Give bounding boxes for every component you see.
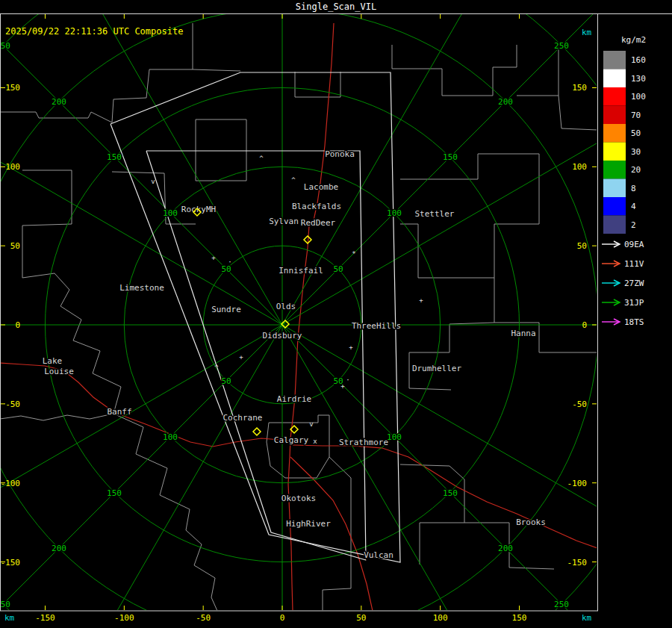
legend-value: 130 (631, 74, 646, 84)
y-axis-label: -150 (1, 558, 21, 568)
range-label: 150 (443, 152, 458, 162)
range-label: 150 (107, 152, 122, 162)
city-label: Brooks (516, 517, 546, 527)
city-label: Vulcan (364, 550, 393, 560)
city-label: Drumheller (412, 364, 462, 373)
range-label: 50 (333, 264, 343, 274)
city-label: Strathmore (339, 438, 388, 447)
y-axis-label: 150 (572, 83, 587, 93)
legend-value: 8 (631, 184, 636, 193)
window-title: Single_Scan_VIL (296, 1, 376, 12)
town-marker: * (352, 250, 355, 258)
range-label: 150 (107, 488, 122, 498)
town-marker: + (419, 296, 423, 304)
x-axis-label: 150 (512, 613, 527, 623)
legend-color-swatch (603, 106, 626, 125)
y-axis-label: 50 (10, 241, 20, 251)
radar-id: 31JP (624, 298, 644, 308)
radar-id: 18TS (624, 317, 644, 327)
radar-app-window: Single_Scan_VIL 505050501001001001001501… (0, 0, 672, 628)
range-label: 200 (498, 544, 513, 553)
x-axis-label: 50 (356, 613, 366, 623)
y-axis-label: -100 (1, 479, 21, 488)
city-label: Hanna (511, 329, 535, 338)
axis-unit-bottom-right: km (582, 613, 592, 623)
legend-color-swatch (603, 197, 626, 216)
town-marker: · (228, 258, 231, 266)
x-axis-label: -100 (114, 613, 134, 623)
city-label: Lake (43, 356, 63, 366)
legend-color-swatch (603, 216, 626, 234)
legend-color-swatch (603, 161, 626, 179)
y-axis-label: -50 (572, 400, 587, 409)
legend-color-swatch (603, 124, 626, 143)
y-axis-label: 100 (572, 162, 587, 172)
town-marker: + (340, 382, 345, 390)
legend-color-swatch (603, 87, 626, 106)
legend-value: 100 (631, 92, 646, 102)
y-axis-label: -150 (567, 558, 588, 568)
city-label: Cochrane (223, 413, 263, 423)
town-marker: v (309, 420, 313, 428)
city-label: Sylvan (269, 217, 299, 226)
town-marker: · (346, 376, 349, 384)
range-label: 100 (387, 208, 402, 218)
city-label: ThreeHills (352, 321, 401, 331)
x-axis-label: -150 (35, 613, 55, 623)
town-marker: x (313, 438, 317, 445)
radar-id: 27ZW (624, 279, 644, 288)
legend-color-swatch (603, 51, 626, 69)
range-label: 200 (52, 544, 66, 553)
legend-value: 70 (631, 111, 641, 120)
radar-id: 09EA (624, 240, 644, 249)
town-marker: ^ (259, 155, 264, 162)
city-label: Limestone (119, 283, 164, 293)
city-label: Stettler (415, 209, 455, 219)
town-marker: + (211, 254, 216, 261)
legend-color-swatch (603, 179, 626, 198)
city-label: Blackfalds (292, 202, 341, 211)
legend-value: 2 (631, 220, 636, 230)
y-axis-label: -100 (567, 479, 588, 488)
town-marker: + (349, 343, 353, 351)
town-marker: ^ (291, 176, 296, 184)
timestamp: 2025/09/22 22:11:36 UTC Composite (5, 26, 183, 37)
legend-color-swatch (603, 143, 626, 161)
x-axis-label: -50 (196, 613, 211, 623)
range-label: 250 (0, 41, 10, 51)
city-label: Ponoka (325, 149, 355, 159)
legend-value: 160 (631, 55, 646, 65)
range-label: 250 (554, 600, 569, 609)
range-label: 150 (443, 488, 458, 498)
range-label: 250 (0, 600, 10, 609)
radar-scene: Single_Scan_VIL 505050501001001001001501… (0, 0, 672, 628)
city-label: HighRiver (286, 519, 331, 529)
y-axis-label: 0 (15, 320, 20, 330)
city-label: RedDeer (301, 218, 336, 228)
city-label: Airdrie (277, 394, 311, 404)
town-marker: + (239, 353, 243, 361)
city-label: Banff (107, 407, 131, 417)
town-marker: ^ (214, 364, 219, 371)
city-label: Calgary (274, 435, 309, 445)
city-label: Louise (44, 367, 74, 376)
range-label: 100 (387, 432, 402, 442)
axis-unit-top: km (582, 28, 592, 37)
axis-unit-bottom-left: km (4, 613, 15, 623)
city-label: Sundre (211, 305, 241, 314)
legend-color-swatch (603, 69, 626, 88)
x-axis-label: 100 (433, 613, 448, 623)
city-label: Didsbury (263, 331, 302, 341)
city-label: Olds (276, 302, 296, 311)
range-label: 100 (163, 432, 178, 442)
town-marker: v (151, 178, 155, 185)
y-axis-label: 50 (577, 241, 587, 251)
city-label: Innisfail (279, 266, 323, 276)
y-axis-label: 150 (5, 83, 20, 93)
range-label: 100 (163, 208, 178, 218)
range-label: 250 (554, 41, 569, 51)
y-axis-label: -50 (5, 400, 20, 409)
radar-id: 111V (624, 259, 644, 269)
y-axis-label: 100 (5, 162, 20, 172)
legend-value: 20 (631, 165, 641, 175)
